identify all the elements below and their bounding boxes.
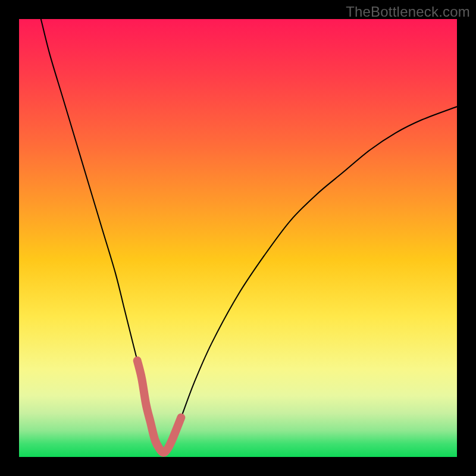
chart-frame: TheBottleneck.com — [0, 0, 476, 476]
plot-area — [19, 19, 457, 457]
highlight-segment-path — [137, 361, 181, 453]
bottleneck-curve-path — [41, 19, 457, 453]
watermark-text: TheBottleneck.com — [346, 4, 470, 20]
chart-svg — [19, 19, 457, 457]
